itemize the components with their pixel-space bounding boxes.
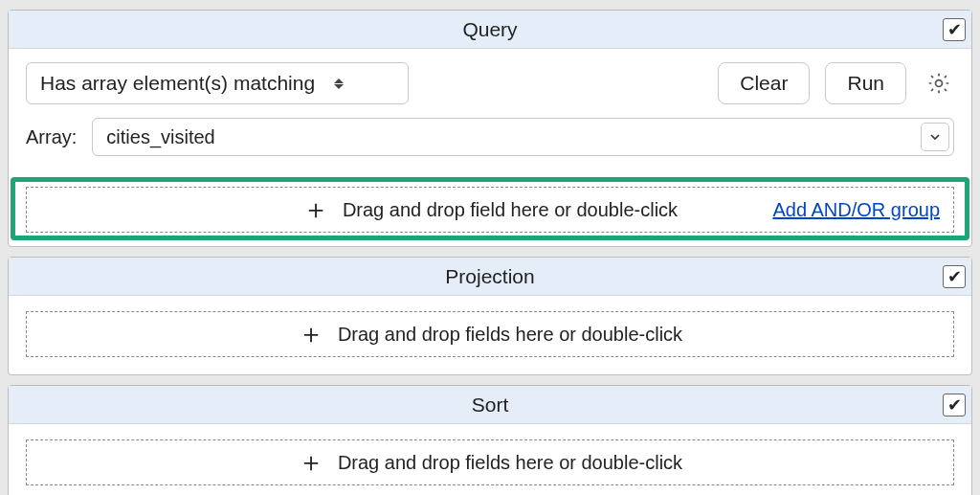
chevron-down-icon [929,131,941,143]
query-section-title: Query [9,18,971,41]
sort-section-header[interactable]: Sort ✔ [9,386,971,424]
sort-section: Sort ✔ ＋ Drag and drop fields here or do… [8,385,972,495]
plus-icon: ＋ [302,196,329,223]
match-mode-value: Has array element(s) matching [40,72,315,95]
projection-enabled-checkbox[interactable]: ✔ [943,265,966,288]
projection-dropzone-hint: Drag and drop fields here or double-clic… [338,324,682,346]
plus-icon: ＋ [298,449,324,476]
check-icon: ✔ [947,268,962,285]
svg-point-0 [936,80,943,87]
clear-button-label: Clear [740,72,788,95]
run-button-label: Run [847,72,884,95]
run-button[interactable]: Run [825,62,906,104]
query-section-body: Has array element(s) matching Clear Run [9,49,971,171]
query-builder-panel: Query ✔ Has array element(s) matching Cl… [0,0,980,495]
projection-section: Projection ✔ ＋ Drag and drop fields here… [8,257,972,375]
array-field-value: cities_visited [106,126,214,148]
clear-button[interactable]: Clear [718,62,810,104]
sort-section-body: ＋ Drag and drop fields here or double-cl… [9,424,971,495]
array-field-chevron-button[interactable] [921,123,949,151]
gear-icon [926,71,951,96]
array-field-dropdown[interactable]: cities_visited [92,118,954,156]
sort-field-dropzone[interactable]: ＋ Drag and drop fields here or double-cl… [26,439,954,485]
projection-section-header[interactable]: Projection ✔ [9,258,971,296]
query-section: Query ✔ Has array element(s) matching Cl… [8,10,972,247]
query-dropzone-highlight: ＋ Drag and drop field here or double-cli… [9,181,971,246]
add-and-or-group-link[interactable]: Add AND/OR group [772,199,940,221]
query-field-dropzone[interactable]: ＋ Drag and drop field here or double-cli… [26,187,954,233]
query-dropzone-hint: Drag and drop field here or double-click [343,199,678,221]
query-section-header[interactable]: Query ✔ [9,11,971,49]
sort-section-title: Sort [9,394,971,416]
query-settings-button[interactable] [924,68,954,99]
array-field-label: Array: [26,126,77,148]
projection-section-body: ＋ Drag and drop fields here or double-cl… [9,296,971,374]
check-icon: ✔ [947,396,962,414]
match-mode-dropdown[interactable]: Has array element(s) matching [26,62,409,104]
updown-icon [332,79,345,89]
check-icon: ✔ [947,21,962,38]
add-and-or-group-label: Add AND/OR group [772,199,940,220]
projection-section-title: Projection [9,265,971,288]
sort-dropzone-hint: Drag and drop fields here or double-clic… [338,452,682,474]
query-controls-row: Has array element(s) matching Clear Run [26,62,954,104]
sort-enabled-checkbox[interactable]: ✔ [943,394,966,416]
projection-field-dropzone[interactable]: ＋ Drag and drop fields here or double-cl… [26,311,954,357]
plus-icon: ＋ [298,321,324,348]
array-row: Array: cities_visited [26,118,954,156]
query-enabled-checkbox[interactable]: ✔ [943,18,966,41]
